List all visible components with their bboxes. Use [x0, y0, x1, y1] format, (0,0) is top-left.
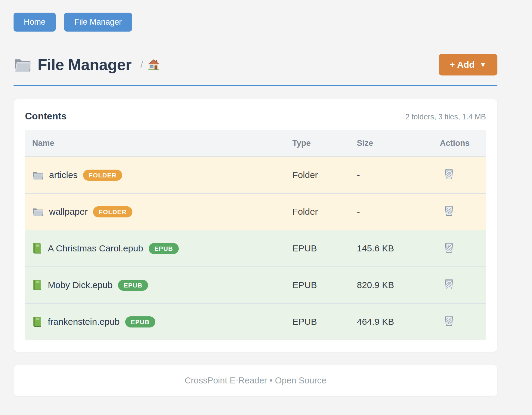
file-size: 464.9 KB: [357, 303, 440, 340]
file-name-link[interactable]: wallpaper: [49, 207, 88, 217]
trash-icon: [444, 205, 454, 216]
page-title: File Manager: [38, 56, 131, 74]
file-type: EPUB: [292, 230, 357, 267]
file-type-badge: FOLDER: [93, 206, 132, 217]
table-row[interactable]: A Christmas Carol.epub EPUB EPUB 145.6 K…: [25, 230, 486, 267]
file-name-link[interactable]: A Christmas Carol.epub: [48, 243, 143, 254]
folder-title-icon: [14, 57, 32, 72]
table-row[interactable]: articles FOLDER Folder -: [25, 157, 486, 193]
contents-title: Contents: [25, 111, 67, 122]
add-button-label: + Add: [450, 60, 475, 70]
file-type-badge: EPUB: [125, 316, 155, 327]
top-nav: Home File Manager: [14, 13, 497, 32]
trash-icon: [444, 168, 454, 180]
nav-file-manager-button[interactable]: File Manager: [64, 13, 132, 32]
column-header-actions: Actions: [440, 130, 486, 157]
file-name-link[interactable]: articles: [49, 170, 78, 180]
contents-summary: 2 folders, 3 files, 1.4 MB: [405, 112, 486, 121]
file-type: Folder: [292, 193, 357, 230]
delete-button[interactable]: [440, 242, 454, 254]
file-type: EPUB: [292, 303, 357, 340]
home-icon[interactable]: [147, 58, 160, 71]
footer: CrossPoint E-Reader • Open Source: [14, 365, 497, 396]
table-row[interactable]: frankenstein.epub EPUB EPUB 464.9 KB: [25, 303, 486, 340]
table-body: articles FOLDER Folder -: [25, 157, 486, 340]
delete-button[interactable]: [440, 205, 454, 217]
file-type: Folder: [292, 157, 357, 193]
delete-button[interactable]: [440, 315, 454, 327]
page-container: Home File Manager File Manager /: [14, 0, 497, 396]
trash-icon: [444, 278, 454, 290]
trash-icon: [444, 242, 454, 253]
file-table: Name Type Size Actions: [25, 130, 486, 340]
trash-icon: [444, 315, 454, 326]
delete-button[interactable]: [440, 168, 454, 180]
file-size: -: [357, 157, 440, 193]
footer-text: CrossPoint E-Reader • Open Source: [184, 376, 326, 385]
header-divider: [14, 85, 497, 86]
file-name-link[interactable]: Moby Dick.epub: [48, 280, 113, 290]
table-row[interactable]: wallpaper FOLDER Folder -: [25, 193, 486, 230]
delete-button[interactable]: [440, 278, 454, 290]
nav-home-button[interactable]: Home: [14, 13, 56, 32]
add-button[interactable]: + Add▼: [439, 54, 497, 75]
column-header-type: Type: [292, 130, 357, 157]
book-icon: [32, 243, 42, 254]
file-type-badge: EPUB: [149, 243, 179, 254]
breadcrumb: /: [141, 58, 160, 71]
file-type-badge: FOLDER: [83, 170, 122, 181]
book-icon: [32, 316, 42, 327]
column-header-size: Size: [357, 130, 440, 157]
file-size: 145.6 KB: [357, 230, 440, 267]
caret-down-icon: ▼: [479, 60, 487, 69]
column-header-name: Name: [25, 130, 292, 157]
breadcrumb-separator: /: [141, 59, 143, 70]
contents-card: Contents 2 folders, 3 files, 1.4 MB Name…: [14, 99, 497, 352]
file-type: EPUB: [292, 267, 357, 303]
folder-icon: [32, 170, 44, 180]
page-header: File Manager / + Add▼: [14, 54, 497, 75]
table-header-row: Name Type Size Actions: [25, 130, 486, 157]
book-icon: [32, 279, 42, 291]
table-row[interactable]: Moby Dick.epub EPUB EPUB 820.9 KB: [25, 267, 486, 303]
file-size: -: [357, 193, 440, 230]
file-name-link[interactable]: frankenstein.epub: [48, 317, 120, 327]
file-type-badge: EPUB: [118, 280, 148, 291]
folder-icon: [32, 207, 44, 217]
file-size: 820.9 KB: [357, 267, 440, 303]
